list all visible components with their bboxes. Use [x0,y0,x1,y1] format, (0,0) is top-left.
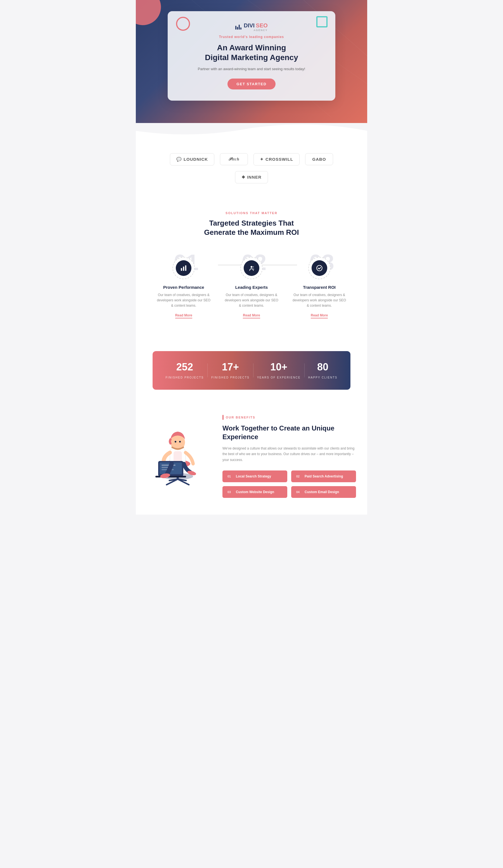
feature-title-3: Transparent ROI [292,285,346,290]
stat-item-3: 10+ YEARS OF EXPERIENCE [257,361,301,380]
benefit-num-4: 04 [296,490,302,494]
feature-card-1: 01 Proven Performance Our team of cre [153,251,215,326]
stats-section: 252 FINISHED PROJECTS 17+ FINISHED PROJE… [153,351,350,390]
stat-value-4: 80 [308,361,337,373]
get-started-button[interactable]: GET STARTED [228,79,275,90]
feature-card-3: 03 Transparent ROI Our team of creatives… [288,251,350,326]
hero-title: An Award Winning Digital Marketing Agenc… [182,43,321,62]
feature-desc-2: Our team of creatives, designers & devel… [225,292,279,309]
svg-point-26 [179,441,181,443]
benefit-num-3: 03 [228,490,233,494]
benefits-section: OUR BENEFITS Work Together to Create an … [136,398,367,515]
features-row: 01 Proven Performance Our team of cre [153,251,350,326]
benefit-label-3: Custom Website Design [236,490,274,494]
solutions-tag: SOLUTIONS THAT MATTER [153,211,350,215]
benefits-content: OUR BENEFITS Work Together to Create an … [222,415,356,498]
feature-icon-inner-3 [312,260,327,276]
benefits-tag-bar [222,415,223,420]
benefits-desc: We've designed a culture that allows our… [222,446,356,463]
stat-label-2: FINISHED PROJECTS [211,376,250,379]
feature-card-2: 02 Leading Experts O [220,251,283,326]
hero-section: DIVI SEO AGENCY Trusted world's leading … [136,0,367,123]
feature-icon-outer-1 [172,257,195,279]
benefit-num-2: 02 [296,475,302,478]
feature-icon-outer-2 [240,257,263,279]
stat-divider-1 [207,363,208,378]
logo-inner: ❖ INNER [235,171,268,183]
logo-pitch: 𝒫itch [220,153,248,165]
stat-divider-3 [304,363,305,378]
benefits-tag: OUR BENEFITS [222,415,356,420]
svg-rect-5 [185,265,186,271]
feature-link-1[interactable]: Read More [175,313,192,318]
feature-link-3[interactable]: Read More [311,313,328,318]
benefit-btn-4[interactable]: 04 Custom Email Design [291,486,356,498]
stat-value-2: 17+ [211,361,250,373]
inner-icon: ❖ [241,175,245,180]
svg-point-8 [317,265,322,271]
logos-section: 💬 LOUDNICK 𝒫itch ✦ CROSSWILL GABO ❖ INNE… [136,139,367,195]
feature-desc-3: Our team of creatives, designers & devel… [292,292,346,309]
feature-icon-inner-1 [176,260,191,276]
feature-icon-wrap-3 [308,257,331,279]
feature-icon-wrap-2 [240,257,263,279]
logo-gabo: GABO [305,153,333,165]
feature-icon-wrap-1 [172,257,195,279]
feature-link-2[interactable]: Read More [243,313,260,318]
stat-divider-2 [253,363,253,378]
svg-point-6 [251,266,253,268]
hero-logo: DIVI SEO AGENCY [182,22,321,32]
solutions-section: SOLUTIONS THAT MATTER Targeted Strategie… [136,195,367,343]
benefit-label-2: Paid Search Advertising [305,474,343,478]
hero-card-square-deco [316,16,327,28]
svg-point-25 [175,441,176,443]
logo-bars-icon [235,24,241,30]
svg-rect-23 [155,476,186,477]
feature-icon-inner-2 [244,260,259,276]
benefits-illustration [147,415,209,493]
benefit-label-1: Local Search Strategy [236,474,271,478]
stat-value-3: 10+ [257,361,301,373]
feature-title-1: Proven Performance [157,285,211,290]
benefit-btn-3[interactable]: 03 Custom Website Design [222,486,287,498]
svg-point-7 [253,266,254,268]
stat-item-2: 17+ FINISHED PROJECTS [211,361,250,380]
stat-label-3: YEARS OF EXPERIENCE [257,376,301,379]
stat-value-1: 252 [166,361,204,373]
benefits-grid: 01 Local Search Strategy 02 Paid Search … [222,471,356,498]
stat-item-1: 252 FINISHED PROJECTS [166,361,204,380]
logo-agency-text: AGENCY [244,29,268,32]
wave-divider [136,122,367,139]
benefit-label-4: Custom Email Design [305,490,339,494]
logo-loudnick: 💬 LOUDNICK [170,153,214,165]
feature-desc-1: Our team of creatives, designers & devel… [157,292,211,309]
solutions-title: Targeted Strategies That Generate the Ma… [153,219,350,238]
svg-rect-3 [181,268,182,271]
stat-label-1: FINISHED PROJECTS [166,376,204,379]
hero-bg-circle [136,0,161,25]
stat-label-4: HAPPY CLIENTS [308,376,337,379]
logo-crosswill: ✦ CROSSWILL [253,153,300,165]
benefit-btn-2[interactable]: 02 Paid Search Advertising [291,471,356,482]
benefit-num-1: 01 [228,475,233,478]
hero-card-circle-deco [176,17,190,31]
feature-icon-outer-3 [308,257,331,279]
benefit-btn-1[interactable]: 01 Local Search Strategy [222,471,287,482]
logo-text-wrap: DIVI SEO AGENCY [244,22,268,32]
loudnick-chat-icon: 💬 [176,157,182,162]
feature-title-2: Leading Experts [225,285,279,290]
benefits-tag-text: OUR BENEFITS [226,416,255,419]
hero-subtitle: Partner with an award-winning team and s… [182,66,321,72]
stat-item-4: 80 HAPPY CLIENTS [308,361,337,380]
hero-tagline: Trusted world's leading companies [182,35,321,39]
hero-card: DIVI SEO AGENCY Trusted world's leading … [168,11,335,101]
crosswill-icon: ✦ [260,157,264,162]
benefits-title: Work Together to Create an Unique Experi… [222,424,356,441]
svg-rect-4 [183,267,184,271]
